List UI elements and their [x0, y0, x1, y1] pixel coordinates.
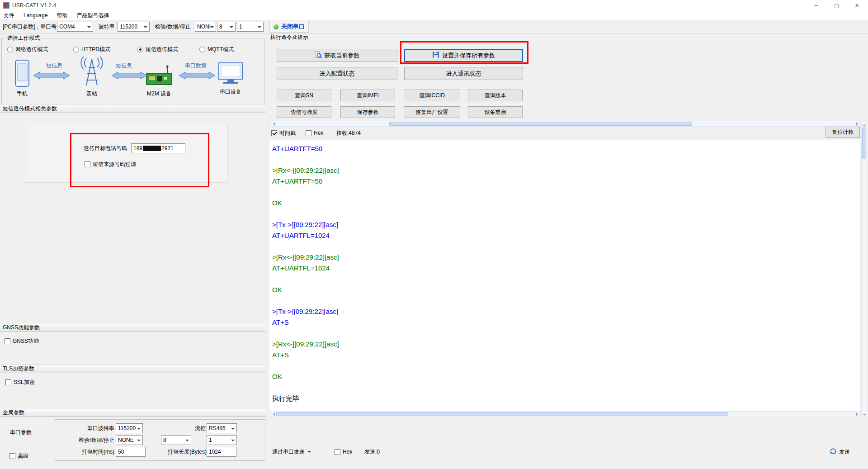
- dev-stopbits-select[interactable]: 1: [207, 435, 237, 445]
- maximize-button[interactable]: ▢: [826, 0, 847, 11]
- log-line: OK: [272, 198, 860, 208]
- scroll-up-icon[interactable]: [862, 121, 867, 127]
- log-output[interactable]: AT+UARTFT=50 >[Rx<-][09:29:22][asc]AT+UA…: [269, 140, 860, 411]
- databits-select[interactable]: 8: [217, 22, 236, 32]
- button-label: 复位计数: [832, 128, 854, 136]
- scroll-right-icon[interactable]: [854, 121, 859, 126]
- save-params-button[interactable]: 保存参数: [340, 106, 395, 118]
- dev-baud-label: 串口波特率: [64, 423, 114, 433]
- diagram-node-label: M2M 设备: [147, 90, 171, 98]
- checkbox-icon: [306, 130, 311, 136]
- log-line: [272, 274, 860, 284]
- baud-label: 波特率: [99, 22, 115, 32]
- com-port-select[interactable]: COM4: [57, 22, 93, 32]
- command-panel: 执行命令及提示 获取当前参数 设置并保存所有参数 进入配置状态 进入通讯状态 查…: [269, 34, 868, 469]
- query-imei-button[interactable]: 查询IMEI: [340, 90, 395, 101]
- log-line: [272, 382, 860, 393]
- send-mode-dropdown[interactable]: 通过串口发送: [272, 446, 311, 458]
- log-vscrollbar[interactable]: [861, 121, 867, 417]
- close-port-button[interactable]: 关闭串口: [269, 21, 309, 33]
- log-hscrollbar-top[interactable]: [269, 121, 860, 127]
- pack-len-label: 打包长度(Bytes): [168, 447, 205, 457]
- pack-len-input[interactable]: 1024: [207, 447, 236, 457]
- stopbits-value: 1: [239, 24, 242, 30]
- button-label: 获取当前参数: [325, 52, 360, 60]
- radio-icon: [7, 47, 13, 52]
- enter-comm-mode-button[interactable]: 进入通讯状态: [404, 67, 523, 80]
- gnss-enable-checkbox[interactable]: GNSS功能: [5, 337, 39, 345]
- timestamp-checkbox[interactable]: 时间戳: [271, 129, 296, 137]
- scroll-right-icon[interactable]: [854, 412, 859, 417]
- minimize-button[interactable]: ─: [806, 0, 826, 11]
- diagram-node-serial-device: 串口设备: [217, 62, 244, 96]
- dev-parity-select[interactable]: NONE: [116, 435, 143, 445]
- scroll-left-icon[interactable]: [270, 412, 275, 417]
- baud-value: 115200: [120, 24, 137, 30]
- log-hscrollbar-bottom[interactable]: [269, 411, 860, 417]
- log-line: [272, 154, 860, 165]
- scroll-thumb[interactable]: [389, 122, 692, 126]
- query-sn-button[interactable]: 查询SN: [277, 90, 331, 101]
- log-line: [272, 328, 860, 339]
- advanced-checkbox[interactable]: 高级: [9, 452, 28, 460]
- diagram-node-basestation: 基站: [73, 57, 111, 98]
- received-count-label: 接收:4874: [336, 128, 361, 138]
- set-save-all-params-button[interactable]: 设置并保存所有参数: [404, 49, 523, 62]
- phone-icon: [14, 59, 30, 89]
- baud-select[interactable]: 115200: [118, 22, 150, 32]
- scroll-down-icon[interactable]: [862, 412, 867, 417]
- query-version-button[interactable]: 查询版本: [468, 90, 523, 101]
- checkbox-icon: [271, 130, 277, 136]
- parity-select[interactable]: NONI: [195, 22, 216, 32]
- radio-label: 网络透传模式: [15, 46, 48, 53]
- menu-help[interactable]: 帮助: [52, 11, 72, 20]
- query-signal-button[interactable]: 查信号强度: [277, 106, 331, 118]
- log-line: >[Tx->][09:29:22][asc]: [272, 306, 860, 317]
- stopbits-select[interactable]: 1: [237, 22, 264, 32]
- log-line: AT+S: [272, 317, 860, 328]
- diagram-node-phone: 手机: [13, 59, 31, 98]
- close-button[interactable]: ✕: [847, 0, 867, 11]
- send-button-label: 发送: [839, 448, 850, 456]
- menu-file[interactable]: 文件: [0, 11, 19, 20]
- send-hex-checkbox[interactable]: Hex: [335, 448, 352, 455]
- command-panel-header: 执行命令及提示: [270, 32, 308, 42]
- get-current-params-button[interactable]: 获取当前参数: [277, 49, 397, 62]
- reset-count-button[interactable]: 复位计数: [826, 127, 860, 138]
- arrow-icon: [33, 71, 70, 81]
- ssl-enable-checkbox[interactable]: SSL加密: [5, 379, 35, 386]
- query-iccid-button[interactable]: 查询ICCID: [404, 90, 460, 101]
- phone-suffix: 2921: [161, 145, 174, 152]
- radio-httpd-mode[interactable]: HTTPD模式: [73, 46, 110, 53]
- menu-product-model[interactable]: 产品型号选择: [72, 11, 113, 20]
- log-line: OK: [272, 371, 860, 382]
- title-bar: USR-CAT1 V1.2.4 ─ ▢ ✕: [0, 0, 868, 11]
- radio-sms-mode[interactable]: 短信透传模式: [137, 46, 178, 53]
- enter-config-mode-button[interactable]: 进入配置状态: [277, 67, 397, 80]
- sms-source-filter-checkbox[interactable]: 短信来源号码过滤: [85, 161, 136, 168]
- radio-label: 短信透传模式: [146, 46, 178, 53]
- window-controls: ─ ▢ ✕: [806, 0, 867, 11]
- scroll-left-icon[interactable]: [270, 121, 275, 126]
- tls-header: TLS加密参数: [0, 364, 266, 373]
- target-phone-input[interactable]: 1892921: [131, 143, 185, 153]
- scroll-thumb[interactable]: [276, 412, 728, 416]
- hex-display-checkbox[interactable]: Hex: [306, 129, 323, 137]
- button-label: 设备重启: [485, 109, 506, 116]
- flow-select[interactable]: RS485: [207, 423, 237, 433]
- pc-param-label: [PC串口参数]：串口号: [3, 22, 57, 32]
- device-restart-button[interactable]: 设备重启: [468, 106, 523, 118]
- button-label: 查询版本: [485, 92, 506, 99]
- databits-value: 8: [219, 24, 222, 30]
- send-button[interactable]: 发送: [829, 446, 850, 458]
- factory-reset-button[interactable]: 恢复出厂设置: [404, 106, 460, 118]
- radio-network-mode[interactable]: 网络透传模式: [7, 46, 48, 53]
- scroll-thumb[interactable]: [862, 128, 866, 159]
- button-label: 查信号强度: [291, 109, 318, 116]
- button-label: 查询ICCID: [419, 92, 445, 99]
- dev-databits-select[interactable]: 8: [161, 435, 191, 445]
- dev-baud-select[interactable]: 115200: [116, 423, 143, 433]
- pack-time-input[interactable]: 50: [116, 447, 146, 457]
- menu-language[interactable]: Language: [19, 11, 52, 20]
- radio-mqtt-mode[interactable]: MQTT模式: [199, 46, 234, 53]
